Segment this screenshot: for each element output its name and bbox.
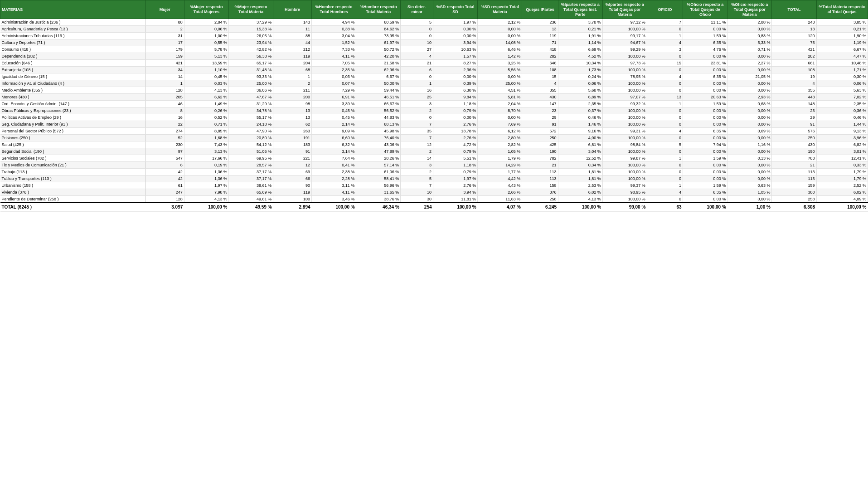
data-cell: 6 [401,67,433,73]
data-cell: 4,13 % [184,196,228,203]
data-cell: 13 [522,26,558,33]
data-cell: 0,00 % [433,26,478,33]
data-cell: 15 [522,73,558,80]
data-cell: 3,96 % [816,135,868,141]
data-cell: 0,46 % [816,114,868,121]
data-cell: 55,17 % [228,114,273,121]
data-cell: 88 [273,33,312,39]
materia-cell: Ord. Econón. y Gestión Admin. (147 ) [0,101,146,107]
data-cell: 4,43 % [478,182,522,189]
table-body: Administración de Justicia (236 )882,84 … [0,19,868,203]
data-cell: 0,00 % [727,87,772,94]
data-cell: 3,85 % [816,19,868,26]
data-cell: 782 [522,155,558,162]
data-cell: 179 [145,46,184,53]
data-cell: 37,29 % [228,19,273,26]
data-cell: 1 [145,80,184,87]
data-cell: 0,45 % [184,73,228,80]
data-cell: 0,00 % [683,53,727,60]
data-cell: 547 [145,155,184,162]
data-cell: 11,63 % [478,196,522,203]
footer-hombre: 2.894 [273,203,312,211]
data-cell: 119 [273,53,312,60]
materia-cell: Vivienda (376 ) [0,189,146,196]
table-row: Trabajo (113 )421,36 %37,17 %692,38 %61,… [0,169,868,175]
data-cell: 0,00 % [478,26,522,33]
data-cell: 4 [647,39,683,46]
data-cell: 1,79 % [478,155,522,162]
data-cell: 0 [647,162,683,169]
data-cell: 430 [522,94,558,101]
data-cell: 783 [772,155,816,162]
data-cell: 44 [273,39,312,46]
data-cell: 91 [522,121,558,128]
data-cell: 1,05 % [478,148,522,155]
data-cell: 572 [522,128,558,135]
data-cell: 147 [522,101,558,107]
data-cell: 0,07 % [312,80,356,87]
main-table: MATERIAS Mujer %Mujer respecto Total Muj… [0,0,868,211]
data-cell: 1,36 % [184,169,228,175]
data-cell: 3,11 % [312,182,356,189]
data-cell: 0,00 % [683,169,727,175]
data-cell: 113 [772,169,816,175]
data-cell: 99,31 % [602,128,647,135]
data-cell: 0,06 % [816,80,868,87]
table-row: Obras Públicas y Expropiaciones (23 )80,… [0,107,868,114]
data-cell: 2,28 % [312,175,356,182]
data-cell: 50,72 % [356,46,401,53]
data-cell: 9,16 % [558,128,602,135]
materia-cell: Urbanismo (158 ) [0,182,146,189]
data-cell: 0,00 % [727,175,772,182]
materia-cell: Trabajo (113 ) [0,169,146,175]
data-cell: 158 [522,182,558,189]
data-cell: 49,61 % [228,196,273,203]
data-cell: 661 [772,60,816,67]
data-cell: 1,79 % [816,175,868,182]
data-cell: 38,61 % [228,182,273,189]
data-cell: 100,00 % [602,107,647,114]
data-cell: 430 [772,141,816,148]
data-cell: 6,35 % [683,189,727,196]
data-cell: 1,05 % [727,189,772,196]
data-cell: 10,48 % [816,60,868,67]
data-cell: 576 [772,128,816,135]
table-row: Prisiones (250 )521,68 %20,80 %1916,60 %… [0,135,868,141]
data-cell: 10 [401,189,433,196]
data-cell: 100,00 % [602,148,647,155]
table-row: Pendiente de Determinar (258 )1284,13 %4… [0,196,868,203]
data-cell: 1 [401,80,433,87]
col-header-quejas: Quejas IPartes [522,0,558,19]
data-cell: 42 [145,169,184,175]
data-cell: 2 [401,148,433,155]
data-cell: 7 [401,182,433,189]
data-cell: 50,00 % [356,80,401,87]
data-cell: 5,63 % [816,87,868,94]
materia-cell: Información y At. al Ciudadano (4 ) [0,80,146,87]
data-cell: 0,30 % [816,73,868,80]
data-cell: 2,35 % [558,101,602,107]
data-cell: 68,13 % [356,121,401,128]
data-cell: 4,76 % [683,46,727,53]
data-cell: 4,11 % [312,189,356,196]
data-cell: 159 [145,53,184,60]
data-cell: 98,84 % [602,141,647,148]
data-cell: 6,67 % [816,46,868,53]
data-cell: 3,04 % [558,148,602,155]
data-cell: 0,34 % [558,162,602,169]
data-cell: 13,59 % [184,60,228,67]
materia-cell: Dependencia (282 ) [0,53,146,60]
col-header-pct-sd-total: %SD respecto Total SD [433,0,478,19]
data-cell: 69 [273,169,312,175]
data-cell: 0,00 % [683,135,727,141]
data-cell: 1,79 % [816,169,868,175]
data-cell: 143 [273,19,312,26]
data-cell: 14 [145,73,184,80]
materia-cell: Pendiente de Determinar (258 ) [0,196,146,203]
data-cell: 0,00 % [683,148,727,155]
data-cell: 99,17 % [602,33,647,39]
data-cell: 1,97 % [433,19,478,26]
header-row: MATERIAS Mujer %Mujer respecto Total Muj… [0,0,868,19]
data-cell: 9,09 % [312,128,356,135]
data-cell: 0,00 % [478,73,522,80]
